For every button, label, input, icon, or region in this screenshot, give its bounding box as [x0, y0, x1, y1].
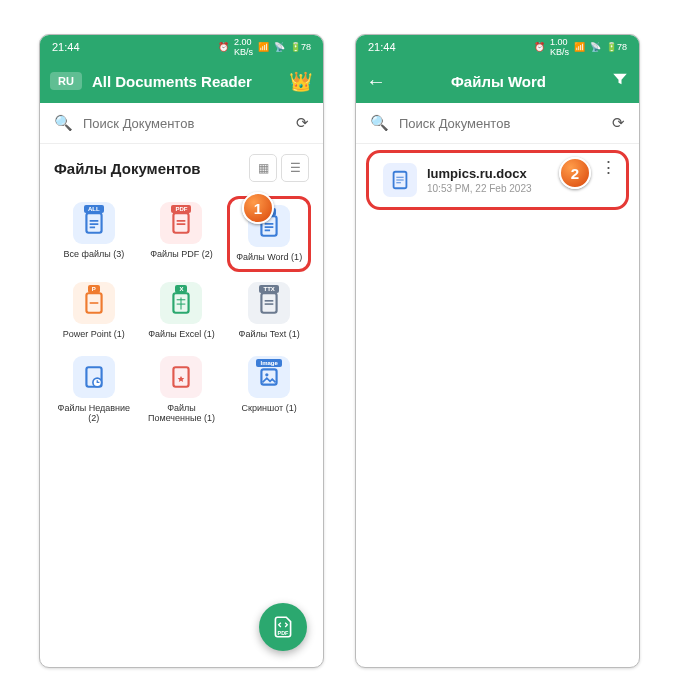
category-label: Файлы Недавние (2) [54, 403, 134, 425]
category-all[interactable]: ALLВсе файлы (3) [52, 196, 136, 272]
more-icon[interactable]: ⋮ [600, 157, 617, 178]
search-bar: 🔍 ⟳ [40, 103, 323, 144]
sim-icon: 📶 [258, 42, 269, 52]
page-title: Файлы Word [396, 73, 601, 90]
status-bar: 21:44 ⏰ 1.00KB/s 📶 📡 🔋78 [356, 35, 639, 59]
pdf-convert-icon: PDF [270, 614, 296, 640]
alarm-icon: ⏰ [218, 42, 229, 52]
search-input[interactable] [397, 115, 604, 132]
status-indicators: ⏰ 1.00KB/s 📶 📡 🔋78 [534, 37, 627, 57]
section-header: Файлы Документов ▦ ☰ [40, 144, 323, 192]
category-label: Файлы Помеченные (1) [142, 403, 222, 425]
app-title: All Documents Reader [92, 73, 279, 90]
clock: 21:44 [52, 41, 80, 53]
category-label: Файлы PDF (2) [150, 249, 213, 260]
step-badge-2: 2 [559, 157, 591, 189]
net-speed: 2.00KB/s [234, 37, 253, 57]
net-speed: 1.00KB/s [550, 37, 569, 57]
filter-icon[interactable] [611, 70, 629, 93]
svg-rect-17 [262, 293, 277, 313]
category-text[interactable]: TTXФайлы Text (1) [227, 276, 311, 346]
view-toggle: ▦ ☰ [249, 154, 309, 182]
clock: 21:44 [368, 41, 396, 53]
category-favorite[interactable]: Файлы Помеченные (1) [140, 350, 224, 431]
battery-icon: 🔋78 [290, 42, 311, 52]
language-badge[interactable]: RU [50, 72, 82, 90]
category-grid: ALLВсе файлы (3) PDFФайлы PDF (2) WФайлы… [40, 192, 323, 434]
category-label: Файлы Text (1) [239, 329, 300, 340]
step-badge-1: 1 [242, 192, 274, 224]
category-ppt[interactable]: PPower Point (1) [52, 276, 136, 346]
category-label: Все файлы (3) [63, 249, 124, 260]
alarm-icon: ⏰ [534, 42, 545, 52]
app-header: ← Файлы Word [356, 59, 639, 103]
word-file-icon [383, 163, 417, 197]
refresh-icon[interactable]: ⟳ [296, 114, 309, 132]
refresh-icon[interactable]: ⟳ [612, 114, 625, 132]
category-label: Power Point (1) [63, 329, 125, 340]
svg-rect-0 [86, 213, 101, 233]
svg-text:PDF: PDF [278, 630, 290, 636]
category-pdf[interactable]: PDFФайлы PDF (2) [140, 196, 224, 272]
app-header: RU All Documents Reader 👑 [40, 59, 323, 103]
list-view-button[interactable]: ☰ [281, 154, 309, 182]
grid-view-button[interactable]: ▦ [249, 154, 277, 182]
crown-icon[interactable]: 👑 [289, 70, 313, 93]
phone-right: 21:44 ⏰ 1.00KB/s 📶 📡 🔋78 ← Файлы Word 🔍 … [355, 34, 640, 668]
search-bar: 🔍 ⟳ [356, 103, 639, 144]
search-input[interactable] [81, 115, 288, 132]
section-title: Файлы Документов [54, 160, 201, 177]
battery-icon: 🔋78 [606, 42, 627, 52]
back-arrow-icon[interactable]: ← [366, 70, 386, 93]
status-bar: 21:44 ⏰ 2.00KB/s 📶 📡 🔋78 [40, 35, 323, 59]
phone-left: 21:44 ⏰ 2.00KB/s 📶 📡 🔋78 RU All Document… [39, 34, 324, 668]
status-indicators: ⏰ 2.00KB/s 📶 📡 🔋78 [218, 37, 311, 57]
category-recent[interactable]: Файлы Недавние (2) [52, 350, 136, 431]
fab-button[interactable]: PDF [259, 603, 307, 651]
category-excel[interactable]: XФайлы Excel (1) [140, 276, 224, 346]
search-icon: 🔍 [370, 114, 389, 132]
wifi-icon: 📡 [590, 42, 601, 52]
sim-icon: 📶 [574, 42, 585, 52]
search-icon: 🔍 [54, 114, 73, 132]
svg-rect-4 [174, 213, 189, 233]
category-screenshot[interactable]: ImageСкриншот (1) [227, 350, 311, 431]
category-label: Скриншот (1) [242, 403, 297, 414]
svg-point-24 [265, 373, 268, 376]
category-label: Файлы Excel (1) [148, 329, 215, 340]
wifi-icon: 📡 [274, 42, 285, 52]
category-label: Файлы Word (1) [236, 252, 302, 263]
